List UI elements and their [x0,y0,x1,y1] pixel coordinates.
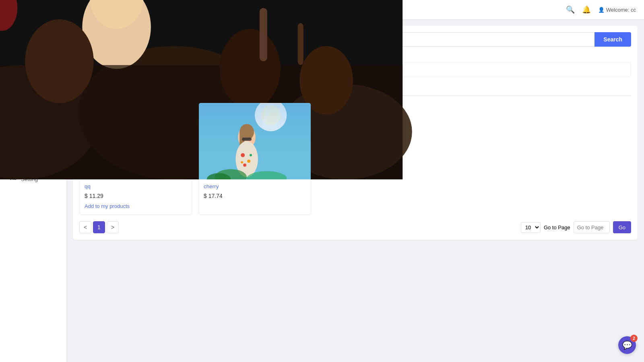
search-button[interactable]: Search [594,32,631,47]
chat-badge: 2 [630,335,638,342]
go-button[interactable]: Go [613,221,631,233]
page-1-button[interactable]: 1 [93,221,105,233]
product-card-cherry: cherry $ 17.74 [198,103,311,215]
bell-icon[interactable]: 🔔 [582,5,591,14]
user-icon: 👤 [598,7,605,13]
product-grid: qq $ 11.29 Add to my products [79,103,631,215]
svg-rect-6 [79,103,192,179]
main-area: 🔍 🔔 👤 Welcome: cc Product Name ▾ Search … [66,0,644,362]
main-card: Product Name ▾ Search Home fishing tackl… [73,26,638,240]
product-info-cherry: cherry $ 17.74 [199,179,311,207]
svg-rect-24 [242,138,252,141]
page-size-select[interactable]: 10 [521,222,541,233]
goto-input[interactable] [574,221,610,233]
pagination: < 1 > 10 Go to Page Go [79,221,631,233]
search-icon[interactable]: 🔍 [566,5,575,14]
page-controls: < 1 > [79,221,119,233]
prev-page-button[interactable]: < [79,221,91,233]
add-to-products-qq[interactable]: Add to my products [85,203,130,209]
product-card-qq: qq $ 11.29 Add to my products [79,103,192,215]
chat-bubble[interactable]: 💬 2 [618,336,636,354]
chat-icon: 💬 [622,340,632,350]
product-info-qq: qq $ 11.29 Add to my products [80,179,192,214]
product-image-cherry [199,103,311,179]
svg-point-30 [241,161,243,164]
svg-point-29 [250,154,252,156]
product-price-cherry: $ 17.74 [204,193,306,199]
svg-point-28 [243,164,246,167]
svg-point-27 [247,160,250,163]
product-price-qq: $ 11.29 [85,193,187,199]
content-area: Product Name ▾ Search Home fishing tackl… [66,19,644,362]
next-page-button[interactable]: > [107,221,119,233]
product-name-qq[interactable]: qq [85,183,187,189]
welcome-text: Welcome: cc [606,7,636,13]
svg-point-26 [241,153,245,157]
product-image-qq [80,103,192,179]
page-right-controls: 10 Go to Page Go [521,221,631,233]
user-menu[interactable]: 👤 Welcome: cc [598,7,636,13]
goto-label: Go to Page [544,224,570,230]
product-name-cherry[interactable]: cherry [204,183,306,189]
